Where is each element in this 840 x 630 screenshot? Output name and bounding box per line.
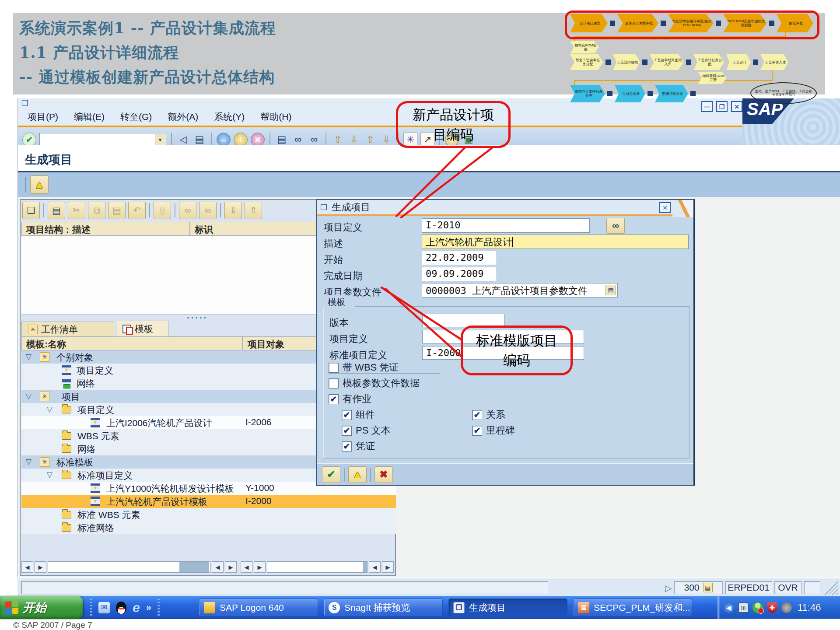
cancel-icon[interactable]: ✖ (374, 466, 393, 483)
warning-triangle-icon[interactable]: ▲ (30, 175, 49, 194)
column-header-template-name[interactable]: 模板:名称 (21, 336, 243, 350)
expand-all-icon[interactable]: ⇓ (224, 202, 242, 219)
find-next-icon[interactable]: ∞ (199, 202, 217, 219)
status-insert-mode[interactable]: OVR (774, 581, 802, 594)
checkbox-with-wbs-doc[interactable]: 带 WBS 凭证 (329, 361, 399, 374)
checkbox-icon[interactable]: ✔ (472, 426, 482, 436)
new-icon[interactable]: ▤ (48, 202, 65, 219)
column-header-description[interactable]: 项目结构：描述 (21, 222, 190, 236)
collapse-all-icon[interactable]: ⇑ (245, 202, 262, 219)
description-input[interactable]: 上汽汽轮机产品设计 (422, 234, 689, 249)
checkbox-icon[interactable]: ✔ (342, 410, 352, 420)
security-shield-icon[interactable]: ✚ (767, 602, 777, 613)
expander-icon[interactable]: ▽ (26, 457, 32, 466)
last-page-icon[interactable]: ⇩ (380, 133, 393, 146)
clock[interactable]: 11:46 (798, 602, 821, 613)
messenger-status-icon[interactable] (752, 602, 763, 613)
taskbar-item-create-project[interactable]: ❐ 生成项目 (448, 598, 567, 616)
status-server[interactable]: ERPED01 (725, 581, 772, 594)
scrollbar-track[interactable] (48, 561, 210, 573)
prev-page-icon[interactable]: ⇩ (347, 133, 360, 146)
back-icon[interactable]: ◁ (177, 133, 190, 146)
checkbox-icon[interactable] (329, 378, 339, 388)
scroll-left-icon[interactable]: ◀ (369, 561, 381, 573)
quick-launch-more-icon[interactable]: » (146, 602, 151, 613)
confirm-icon[interactable]: ✔ (322, 466, 340, 483)
profile-dropdown-icon[interactable]: ▤ (606, 285, 616, 295)
finish-date-input[interactable]: 09.09.2009 (422, 267, 497, 281)
paste-icon[interactable]: ▤ (108, 202, 126, 219)
scrollbar-track[interactable] (267, 561, 368, 573)
scroll-left-icon[interactable]: ◀ (241, 561, 252, 573)
checkbox-with-activities[interactable]: ✔ 有作业 (329, 392, 371, 406)
project-profile-input[interactable]: 0000003 上汽产品设计项目参数文件 (422, 283, 618, 298)
language-bar-icon[interactable]: ◀ (724, 602, 734, 613)
checkbox-icon[interactable]: ✔ (472, 410, 482, 420)
tree-row-selected[interactable]: ▼ 上汽汽轮机产品设计模板 I-2000 (21, 495, 396, 508)
taskbar-item-snagit[interactable]: S SnagIt 捕获预览 (324, 598, 443, 616)
checkbox-components[interactable]: ✔ 组件 (342, 408, 375, 421)
first-page-icon[interactable]: ⇧ (331, 133, 344, 146)
tree-row[interactable]: 标准网络 (21, 521, 396, 534)
scroll-left-icon[interactable]: ◀ (212, 561, 224, 573)
delete-icon[interactable]: ▯ (154, 202, 171, 219)
checkbox-milestones[interactable]: ✔ 里程碑 (472, 424, 515, 437)
internet-explorer-icon[interactable]: e (133, 600, 140, 615)
scroll-left-icon[interactable]: ◀ (21, 561, 33, 573)
checkbox-icon[interactable]: ✔ (342, 441, 352, 452)
checkbox-ps-texts[interactable]: ✔ PS 文本 (342, 424, 390, 437)
checkbox-documents[interactable]: ✔ 凭证 (342, 440, 375, 453)
menu-edit[interactable]: 编辑(E) (74, 111, 105, 123)
open-icon[interactable]: ❏ (22, 202, 40, 219)
splitter-dots[interactable]: ····· (187, 313, 208, 323)
checkbox-template-profile-data[interactable]: 模板参数文件数据 (329, 377, 420, 390)
command-dropdown-icon[interactable]: ▾ (155, 134, 165, 145)
find-next-icon[interactable]: ∞ (308, 133, 321, 146)
checkbox-relationships[interactable]: ✔ 关系 (472, 408, 505, 421)
scrollbar-thumb[interactable] (179, 562, 209, 572)
menu-goto[interactable]: 转至(G) (120, 111, 152, 123)
tree-row[interactable]: 标准 WBS 元素 (21, 508, 396, 521)
start-button[interactable]: 开始 (0, 596, 83, 619)
project-definition-input[interactable]: I-2010 (422, 218, 590, 233)
expander-icon[interactable]: ▽ (26, 352, 32, 361)
warning-triangle-icon[interactable]: ▲ (348, 466, 367, 483)
next-page-icon[interactable]: ⇧ (364, 133, 377, 146)
scroll-right-icon[interactable]: ▶ (225, 561, 237, 573)
scroll-right-icon[interactable]: ▶ (35, 561, 46, 573)
copy-icon[interactable]: ⧉ (88, 202, 105, 219)
expander-icon[interactable]: ▽ (47, 470, 52, 480)
utility-tray-icon[interactable] (781, 602, 792, 613)
checkbox-icon[interactable] (329, 363, 339, 373)
cut-icon[interactable]: ✂ (68, 202, 85, 219)
scroll-right-icon[interactable]: ▶ (254, 561, 266, 573)
print-icon[interactable]: ▤ (275, 133, 288, 146)
start-date-input[interactable]: 22.02.2009 (422, 251, 497, 265)
undo-icon[interactable]: ↶ (128, 202, 146, 219)
mail-app-icon[interactable]: ✉ (98, 602, 110, 613)
resize-grip[interactable] (822, 580, 838, 595)
dialog-close-icon[interactable]: ✕ (659, 202, 671, 213)
find-icon[interactable]: ∞ (291, 133, 304, 146)
taskbar-item-sap-logon[interactable]: SAP Logon 640 (199, 598, 318, 616)
scroll-right-icon[interactable]: ▶ (382, 561, 394, 573)
dialog-titlebar[interactable]: ❐ 生成项目 (317, 200, 693, 216)
menu-extras[interactable]: 额外(A) (168, 111, 198, 123)
status-expand-icon[interactable]: ▷ (665, 583, 672, 593)
network-status-icon[interactable]: ))) (738, 602, 749, 613)
expander-icon[interactable]: ▽ (26, 392, 32, 401)
expander-icon[interactable]: ▽ (47, 405, 52, 414)
find-icon[interactable]: ∞ (179, 202, 196, 219)
tab-template[interactable]: 模板 (116, 321, 168, 336)
checkbox-icon[interactable]: ✔ (329, 394, 339, 404)
menu-project[interactable]: 项目(P) (28, 111, 58, 123)
search-icon[interactable]: ∞ (606, 218, 625, 234)
tab-worklist[interactable]: ✳ 工作清单 (21, 322, 114, 336)
menu-help[interactable]: 帮助(H) (260, 111, 291, 123)
command-input[interactable]: ▾ (39, 133, 166, 146)
scrollbar-thumb[interactable] (363, 562, 367, 572)
status-client[interactable]: 300 ▤ (674, 581, 723, 594)
checkbox-icon[interactable]: ✔ (342, 426, 352, 436)
qq-icon[interactable] (116, 602, 126, 614)
save-icon[interactable]: ▤ (193, 133, 206, 146)
